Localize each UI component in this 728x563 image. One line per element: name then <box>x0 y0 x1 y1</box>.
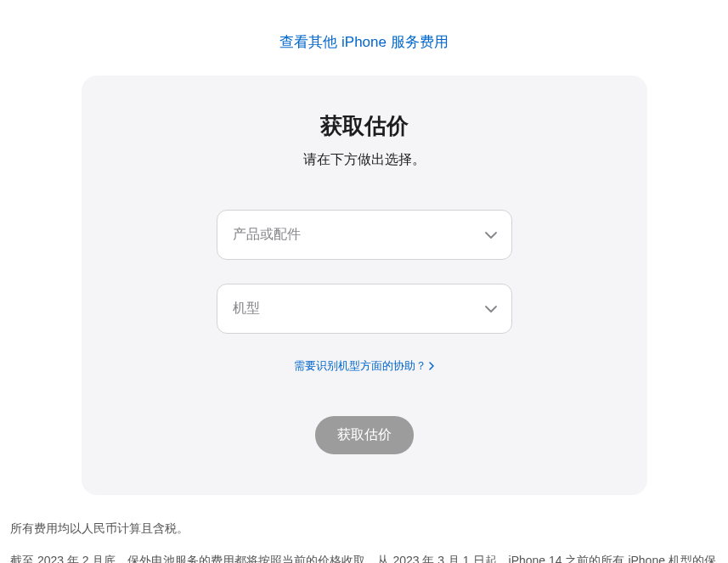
product-select-wrapper: 产品或配件 <box>217 210 512 260</box>
model-select-wrapper: 机型 <box>217 284 512 334</box>
footer-line-2-part1: 截至 2023 年 2 月底，保外电池服务的费用都将按照当前的价格收取。从 20… <box>10 554 716 563</box>
card-subtitle: 请在下方做出选择。 <box>116 151 613 169</box>
footer-line-1: 所有费用均以人民币计算且含税。 <box>10 519 718 539</box>
footer-text: 所有费用均以人民币计算且含税。 截至 2023 年 2 月底，保外电池服务的费用… <box>0 495 728 563</box>
model-select[interactable]: 机型 <box>217 284 512 334</box>
chevron-right-icon <box>429 360 434 373</box>
model-select-placeholder: 机型 <box>233 300 260 318</box>
estimate-card: 获取估价 请在下方做出选择。 产品或配件 机型 需要识别机型方面的协助？ <box>82 76 647 495</box>
product-select-placeholder: 产品或配件 <box>233 226 301 244</box>
help-link-label: 需要识别机型方面的协助？ <box>294 358 426 374</box>
top-link-container: 查看其他 iPhone 服务费用 <box>0 0 728 76</box>
card-title: 获取估价 <box>116 111 613 141</box>
model-help-link[interactable]: 需要识别机型方面的协助？ <box>294 358 434 374</box>
other-services-link[interactable]: 查看其他 iPhone 服务费用 <box>279 34 448 50</box>
footer-line-2: 截至 2023 年 2 月底，保外电池服务的费用都将按照当前的价格收取。从 20… <box>10 551 718 563</box>
get-estimate-button[interactable]: 获取估价 <box>315 416 414 454</box>
product-select[interactable]: 产品或配件 <box>217 210 512 260</box>
